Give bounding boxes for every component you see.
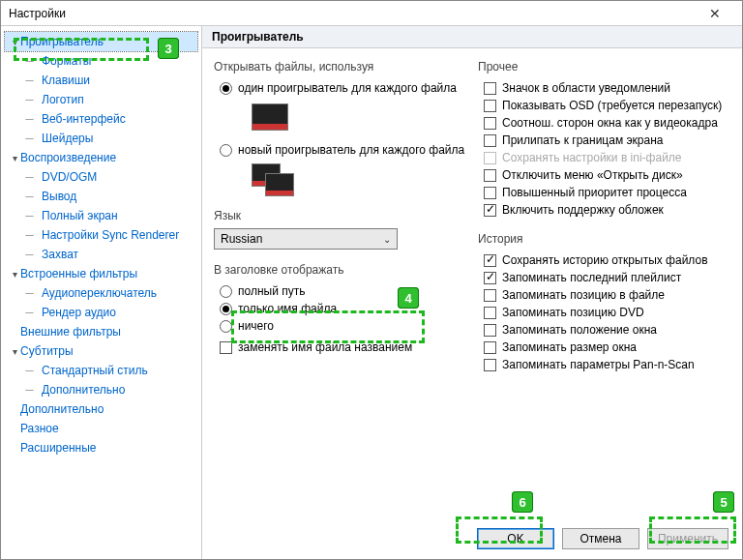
checkbox-icon (484, 169, 496, 182)
history-item[interactable]: Запоминать позицию DVD (478, 304, 730, 321)
history-item[interactable]: ✓Сохранять историю открытых файлов (478, 251, 730, 269)
sidebar-item-label: Захват (42, 248, 78, 261)
left-column: Открывать файлы, используя один проигрыв… (214, 58, 466, 518)
misc-group-label: Прочее (478, 60, 730, 74)
history-label: Запоминать последний плейлист (502, 271, 681, 284)
history-label: Запоминать позицию в файле (502, 288, 665, 302)
sidebar-item-label: Форматы (42, 54, 91, 68)
twisty-icon: ▾ (9, 269, 20, 280)
sidebar-item[interactable]: ⸺Дополнительно (20, 380, 197, 399)
sidebar-item-label: Шейдеры (42, 132, 93, 145)
sidebar-item-label: Веб-интерфейс (42, 112, 126, 126)
title-nothing[interactable]: ничего (214, 317, 466, 335)
open-files-option-single[interactable]: один проигрыватель для каждого файла (214, 79, 466, 97)
sidebar-item[interactable]: ▾Проигрыватель (5, 32, 197, 51)
checkbox-icon (484, 187, 496, 199)
history-label: Сохранять историю открытых файлов (502, 253, 708, 267)
sidebar-item[interactable]: ⸺Захват (20, 245, 197, 264)
history-item[interactable]: Запоминать размер окна (478, 339, 730, 356)
misc-label: Отключить меню «Открыть диск» (502, 168, 683, 182)
sidebar-item[interactable]: Внешние фильтры (5, 322, 197, 341)
checkbox-icon (484, 307, 496, 319)
sidebar-item[interactable]: ▾Субтитры (5, 341, 197, 361)
radio-icon (220, 285, 232, 298)
misc-label: Показывать OSD (требуется перезапуск) (502, 99, 722, 112)
sidebar-item-label: Полный экран (42, 209, 118, 222)
title-filename-only[interactable]: только имя файла (214, 300, 466, 317)
checkbox-icon (484, 134, 496, 147)
sidebar-item[interactable]: ⸺Полный экран (20, 206, 197, 225)
category-tree[interactable]: ▾Проигрыватель⸺Форматы⸺Клавиши⸺Логотип⸺В… (5, 32, 197, 457)
misc-item[interactable]: Отключить меню «Открыть диск» (478, 166, 730, 184)
open-files-option-multi[interactable]: новый проигрыватель для каждого файла (214, 141, 466, 159)
misc-item[interactable]: Прилипать к границам экрана (478, 132, 730, 149)
sidebar-item-label: Внешние фильтры (20, 325, 121, 339)
sidebar-item[interactable]: ⸺Настройки Sync Renderer (20, 225, 197, 245)
misc-item[interactable]: Значок в области уведомлений (478, 79, 730, 97)
misc-item[interactable]: Повышенный приоритет процесса (478, 184, 730, 201)
sidebar-item-label: Вывод (42, 190, 76, 203)
misc-label: Прилипать к границам экрана (502, 133, 664, 147)
misc-label: Повышенный приоритет процесса (502, 186, 687, 199)
sidebar-item-label: Дополнительно (42, 383, 125, 397)
title-full-path[interactable]: полный путь (214, 282, 466, 300)
title-option-label: полный путь (238, 284, 305, 298)
checkbox-icon (484, 117, 496, 130)
twisty-icon: ▾ (9, 37, 20, 47)
sidebar-item[interactable]: Разное (5, 419, 197, 438)
title-option-label: только имя файла (238, 302, 337, 315)
radio-icon (220, 82, 232, 95)
history-item[interactable]: Запоминать параметры Pan-n-Scan (478, 356, 730, 373)
title-replace-label: заменять имя файла названием (238, 340, 412, 354)
sidebar-item[interactable]: ⸺Рендер аудио (20, 303, 197, 322)
misc-label: Значок в области уведомлений (502, 81, 670, 95)
sidebar-item[interactable]: Дополнительно (5, 399, 197, 419)
sidebar-item-label: Рендер аудио (42, 306, 116, 319)
sidebar-item[interactable]: ⸺Аудиопереключатель (20, 283, 197, 303)
title-display-group-label: В заголовке отображать (214, 263, 466, 277)
misc-item[interactable]: Соотнош. сторон окна как у видеокадра (478, 114, 730, 132)
checkbox-icon: ✓ (484, 254, 496, 267)
sidebar-item[interactable]: ⸺Клавиши (20, 71, 197, 90)
sidebar-item[interactable]: ⸺Шейдеры (20, 129, 197, 148)
history-label: Запоминать параметры Pan-n-Scan (502, 358, 695, 371)
main-panel: Проигрыватель Открывать файлы, используя… (202, 26, 742, 559)
settings-window: Настройки ✕ ▾Проигрыватель⸺Форматы⸺Клави… (0, 0, 743, 560)
sidebar-item[interactable]: ⸺DVD/OGM (20, 167, 197, 187)
sidebar-item-label: Расширенные (20, 441, 97, 455)
checkbox-icon: ✓ (484, 204, 496, 217)
history-item[interactable]: Запоминать положение окна (478, 321, 730, 339)
language-select[interactable]: Russian ⌄ (214, 228, 398, 250)
open-files-option-label: новый проигрыватель для каждого файла (238, 143, 464, 157)
sidebar-item[interactable]: ▾Встроенные фильтры (5, 264, 197, 283)
misc-label: Соотнош. сторон окна как у видеокадра (502, 116, 718, 130)
close-icon[interactable]: ✕ (696, 1, 734, 26)
cancel-button[interactable]: Отмена (562, 528, 639, 549)
sidebar-item-label: Настройки Sync Renderer (42, 228, 179, 242)
sidebar-item[interactable]: ⸺Логотип (20, 90, 197, 109)
sidebar: ▾Проигрыватель⸺Форматы⸺Клавиши⸺Логотип⸺В… (1, 26, 202, 559)
history-item[interactable]: ✓Запоминать последний плейлист (478, 269, 730, 286)
multi-player-icon (253, 164, 301, 199)
sidebar-item[interactable]: ▾Воспроизведение (5, 148, 197, 167)
radio-icon (220, 144, 232, 157)
history-item[interactable]: Запоминать позицию в файле (478, 286, 730, 304)
misc-item[interactable]: ✓Включить поддержку обложек (478, 201, 730, 219)
sidebar-item-label: Встроенные фильтры (20, 267, 137, 280)
history-label: Запоминать позицию DVD (502, 306, 644, 319)
misc-item[interactable]: Показывать OSD (требуется перезапуск) (478, 97, 730, 114)
checkbox-icon (484, 359, 496, 371)
checkbox-icon (484, 100, 496, 112)
sidebar-item-label: Субтитры (20, 344, 74, 358)
sidebar-item[interactable]: ⸺Форматы (20, 51, 197, 71)
apply-button[interactable]: Применить (647, 528, 728, 549)
sidebar-item[interactable]: Расширенные (5, 438, 197, 457)
window-title: Настройки (9, 1, 66, 26)
sidebar-item[interactable]: ⸺Стандартный стиль (20, 361, 197, 380)
language-group-label: Язык (214, 209, 466, 222)
ok-button[interactable]: OK (477, 528, 554, 549)
sidebar-item[interactable]: ⸺Вывод (20, 187, 197, 206)
sidebar-item[interactable]: ⸺Веб-интерфейс (20, 109, 197, 129)
title-replace-check[interactable]: заменять имя файла названием (214, 339, 466, 356)
checkbox-icon (484, 152, 496, 164)
